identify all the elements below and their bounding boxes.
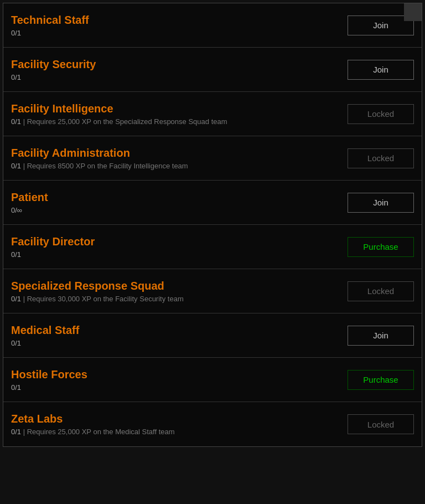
close-button[interactable] (404, 3, 422, 21)
role-status-facility-intelligence: 0/1 | Requires 25,000 XP on the Speciali… (11, 117, 336, 126)
join-button-facility-security[interactable]: Join (348, 60, 414, 80)
locked-button-facility-intelligence: Locked (348, 104, 414, 124)
locked-button-zeta-labs: Locked (348, 414, 414, 434)
role-item-medical-staff: Medical Staff0/1Join (3, 313, 422, 358)
role-status-hostile-forces: 0/1 (11, 383, 336, 392)
purchase-button-facility-director[interactable]: Purchase (348, 237, 414, 257)
roles-window: Technical Staff0/1JoinFacility Security0… (3, 3, 422, 447)
role-list: Technical Staff0/1JoinFacility Security0… (3, 3, 422, 446)
role-info-hostile-forces: Hostile Forces0/1 (11, 368, 348, 392)
role-info-facility-administration: Facility Administration0/1 | Requires 85… (11, 147, 348, 170)
role-item-specialized-response-squad: Specialized Response Squad0/1 | Requires… (3, 269, 422, 313)
role-status-facility-security: 0/1 (11, 73, 336, 81)
role-info-patient: Patient0/∞ (11, 191, 348, 214)
role-item-hostile-forces: Hostile Forces0/1Purchase (3, 358, 422, 402)
join-button-medical-staff[interactable]: Join (348, 326, 414, 346)
role-name-technical-staff: Technical Staff (11, 14, 336, 27)
role-status-medical-staff: 0/1 (11, 339, 336, 347)
purchase-button-hostile-forces[interactable]: Purchase (348, 370, 414, 390)
join-button-patient[interactable]: Join (348, 193, 414, 213)
role-status-technical-staff: 0/1 (11, 29, 336, 37)
role-item-facility-administration: Facility Administration0/1 | Requires 85… (3, 136, 422, 181)
role-status-facility-administration: 0/1 | Requires 8500 XP on the Facility I… (11, 162, 336, 170)
role-name-facility-administration: Facility Administration (11, 147, 336, 160)
role-status-zeta-labs: 0/1 | Requires 25,000 XP on the Medical … (11, 428, 336, 436)
role-info-medical-staff: Medical Staff0/1 (11, 324, 348, 347)
role-info-technical-staff: Technical Staff0/1 (11, 14, 348, 37)
role-info-specialized-response-squad: Specialized Response Squad0/1 | Requires… (11, 280, 348, 303)
role-item-facility-intelligence: Facility Intelligence0/1 | Requires 25,0… (3, 92, 422, 136)
role-item-facility-director: Facility Director0/1Purchase (3, 225, 422, 269)
role-name-medical-staff: Medical Staff (11, 324, 336, 337)
role-name-hostile-forces: Hostile Forces (11, 368, 336, 381)
role-item-zeta-labs: Zeta Labs0/1 | Requires 25,000 XP on the… (3, 402, 422, 446)
role-status-facility-director: 0/1 (11, 250, 336, 259)
role-item-patient: Patient0/∞Join (3, 181, 422, 225)
role-item-facility-security: Facility Security0/1Join (3, 48, 422, 92)
role-info-facility-intelligence: Facility Intelligence0/1 | Requires 25,0… (11, 102, 348, 126)
role-status-patient: 0/∞ (11, 206, 336, 214)
role-name-facility-director: Facility Director (11, 235, 336, 248)
role-status-specialized-response-squad: 0/1 | Requires 30,000 XP on the Facility… (11, 295, 336, 303)
role-info-zeta-labs: Zeta Labs0/1 | Requires 25,000 XP on the… (11, 413, 348, 436)
role-name-zeta-labs: Zeta Labs (11, 413, 336, 425)
role-name-patient: Patient (11, 191, 336, 204)
locked-button-specialized-response-squad: Locked (348, 281, 414, 301)
locked-button-facility-administration: Locked (348, 148, 414, 168)
role-info-facility-security: Facility Security0/1 (11, 58, 348, 81)
role-name-specialized-response-squad: Specialized Response Squad (11, 280, 336, 292)
role-name-facility-intelligence: Facility Intelligence (11, 102, 336, 115)
role-name-facility-security: Facility Security (11, 58, 336, 71)
role-info-facility-director: Facility Director0/1 (11, 235, 348, 259)
role-item-technical-staff: Technical Staff0/1Join (3, 3, 422, 48)
